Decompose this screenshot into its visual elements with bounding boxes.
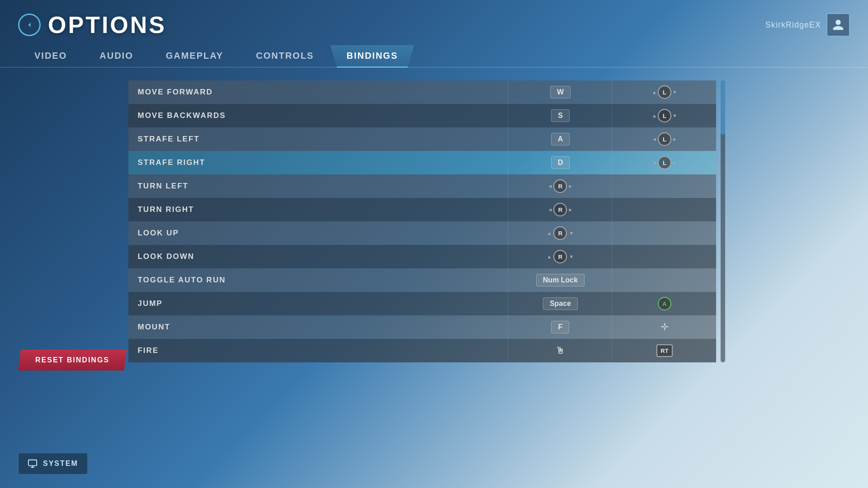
table-row[interactable]: FIRE 🖱 RT — [128, 339, 716, 362]
controller-binding[interactable]: A — [612, 292, 716, 315]
key-badge: S — [551, 109, 570, 122]
key-binding[interactable]: F — [508, 315, 612, 339]
key-badge: A — [551, 133, 570, 145]
table-row[interactable]: MOVE BACKWARDS S ▲ L ▼ — [128, 104, 716, 127]
avatar — [826, 13, 850, 37]
key-badge: Num Lock — [536, 274, 585, 286]
mouse-left-icon: 🖱 — [556, 346, 565, 356]
nav-tabs: VIDEO AUDIO GAMEPLAY CONTROLS BINDINGS — [0, 45, 868, 68]
action-label: TURN RIGHT — [128, 198, 508, 221]
controller-binding[interactable] — [612, 245, 716, 268]
controller-icon: ◄ L ► — [652, 132, 677, 146]
table-row[interactable]: MOUNT F ✛ — [128, 315, 716, 339]
table-row[interactable]: TURN LEFT ◄ R ► — [128, 174, 716, 198]
action-label: STRAFE RIGHT — [128, 151, 508, 174]
key-badge: W — [550, 86, 571, 99]
table-row[interactable]: STRAFE LEFT A ◄ L ► — [128, 127, 716, 151]
controller-binding[interactable] — [612, 221, 716, 245]
username: SkirkRidgeEX — [765, 20, 821, 30]
action-label: MOVE BACKWARDS — [128, 104, 508, 127]
controller-binding[interactable]: ◄ L ► — [612, 151, 716, 174]
table-row[interactable]: STRAFE RIGHT D ◄ L ► — [128, 151, 716, 174]
action-label: MOUNT — [128, 315, 508, 339]
action-label: MOVE FORWARD — [128, 80, 508, 104]
controller-binding[interactable] — [612, 198, 716, 221]
controller-icon: ▲ R ▼ — [547, 250, 574, 263]
tab-gameplay[interactable]: GAMEPLAY — [150, 45, 240, 68]
key-binding[interactable]: Space — [508, 292, 612, 315]
user-area: SkirkRidgeEX — [765, 13, 850, 37]
key-binding[interactable]: ◄ R ► — [508, 174, 612, 198]
tab-bindings[interactable]: BINDINGS — [330, 45, 414, 68]
bindings-table-wrapper: MOVE FORWARD W ▲ L ▼ MOVE BACKWARDS — [128, 80, 716, 362]
action-label: LOOK DOWN — [128, 245, 508, 268]
controller-icon: ✛ — [660, 321, 669, 333]
content-area: RESET BINDINGS MOVE FORWARD W ▲ L ▼ — [0, 68, 868, 380]
key-badge: Space — [543, 297, 578, 310]
action-label: STRAFE LEFT — [128, 127, 508, 151]
controller-binding[interactable]: ▲ L ▼ — [612, 104, 716, 127]
table-row[interactable]: JUMP Space A — [128, 292, 716, 315]
key-binding[interactable]: ◄ R ► — [508, 198, 612, 221]
page-title: OPTIONS — [48, 11, 166, 38]
system-icon — [28, 459, 38, 469]
reset-bindings-button[interactable]: RESET BINDINGS — [18, 350, 127, 371]
controller-icon: ◄ R ► — [548, 203, 573, 216]
tab-controls[interactable]: CONTROLS — [240, 45, 330, 68]
action-label: FIRE — [128, 339, 508, 362]
scrollbar-thumb[interactable] — [721, 80, 725, 135]
action-label: TOGGLE AUTO RUN — [128, 268, 508, 292]
key-binding[interactable]: Num Lock — [508, 268, 612, 292]
system-bar: SYSTEM — [18, 453, 88, 474]
key-badge: D — [551, 156, 570, 169]
action-label: LOOK UP — [128, 221, 508, 245]
key-binding[interactable]: ▲ R ▼ — [508, 221, 612, 245]
controller-icon: ▲ R ▼ — [547, 226, 574, 240]
table-row[interactable]: LOOK UP ▲ R ▼ — [128, 221, 716, 245]
key-binding[interactable]: ▲ R ▼ — [508, 245, 612, 268]
key-binding[interactable]: D — [508, 151, 612, 174]
top-bar: OPTIONS SkirkRidgeEX — [0, 0, 868, 41]
key-badge: F — [551, 321, 569, 333]
controller-icon: ▲ L ▼ — [652, 109, 677, 122]
title-area: OPTIONS — [18, 11, 166, 38]
controller-binding[interactable] — [612, 268, 716, 292]
system-label: SYSTEM — [43, 460, 78, 468]
controller-icon: ◄ L ► — [652, 156, 677, 169]
bindings-table: MOVE FORWARD W ▲ L ▼ MOVE BACKWARDS — [128, 80, 716, 362]
rt-badge: RT — [656, 344, 673, 357]
key-binding[interactable]: A — [508, 127, 612, 151]
table-row[interactable]: MOVE FORWARD W ▲ L ▼ — [128, 80, 716, 104]
controller-icon: A — [658, 297, 671, 310]
table-row[interactable]: LOOK DOWN ▲ R ▼ — [128, 245, 716, 268]
action-label: JUMP — [128, 292, 508, 315]
back-button[interactable] — [18, 14, 41, 36]
controller-binding[interactable]: RT — [612, 339, 716, 362]
table-row[interactable]: TURN RIGHT ◄ R ► — [128, 198, 716, 221]
key-binding[interactable]: S — [508, 104, 612, 127]
controller-icon: ▲ L ▼ — [652, 85, 677, 99]
controller-binding[interactable]: ✛ — [612, 315, 716, 339]
tab-video[interactable]: VIDEO — [18, 45, 83, 68]
controller-icon: ◄ R ► — [548, 179, 573, 193]
scrollbar-track[interactable] — [721, 80, 725, 362]
table-row[interactable]: TOGGLE AUTO RUN Num Lock — [128, 268, 716, 292]
controller-binding[interactable] — [612, 174, 716, 198]
tab-audio[interactable]: AUDIO — [83, 45, 149, 68]
svg-rect-0 — [28, 460, 37, 466]
controller-binding[interactable]: ▲ L ▼ — [612, 80, 716, 104]
key-binding[interactable]: W — [508, 80, 612, 104]
action-label: TURN LEFT — [128, 174, 508, 198]
key-binding[interactable]: 🖱 — [508, 339, 612, 362]
controller-binding[interactable]: ◄ L ► — [612, 127, 716, 151]
